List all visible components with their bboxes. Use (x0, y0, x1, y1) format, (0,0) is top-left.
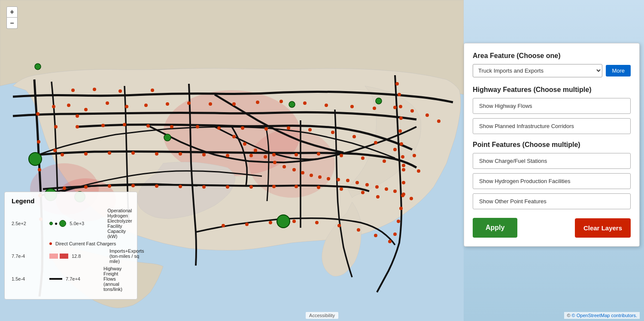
apply-button[interactable]: Apply (473, 218, 517, 238)
svg-point-67 (84, 185, 88, 189)
svg-point-133 (277, 215, 290, 228)
svg-point-57 (249, 154, 253, 157)
svg-point-2 (249, 129, 335, 198)
svg-point-106 (346, 179, 349, 182)
svg-point-125 (397, 220, 400, 223)
svg-point-85 (222, 224, 225, 227)
legend-symbol-freight (49, 278, 62, 280)
svg-point-21 (209, 102, 212, 106)
zoom-in-button[interactable]: + (6, 6, 18, 18)
svg-point-41 (264, 127, 268, 131)
svg-point-92 (374, 234, 377, 237)
show-other-point-features-button[interactable]: Show Other Point Features (473, 193, 631, 209)
svg-point-122 (402, 181, 405, 184)
svg-point-111 (393, 190, 397, 193)
svg-point-75 (272, 185, 276, 188)
svg-point-102 (310, 174, 313, 177)
area-feature-row: Truck Imports and ExportsRail Imports an… (473, 64, 631, 77)
highway-section-title: Highway Features (Choose multiple) (473, 86, 631, 94)
area-feature-select[interactable]: Truck Imports and ExportsRail Imports an… (473, 64, 602, 77)
svg-point-69 (131, 184, 135, 187)
svg-point-38 (196, 125, 199, 128)
svg-point-59 (295, 153, 298, 156)
legend-symbol-dcfc (49, 242, 52, 245)
svg-point-71 (179, 185, 182, 188)
svg-point-63 (383, 159, 386, 163)
svg-point-64 (402, 164, 405, 167)
svg-point-32 (437, 119, 440, 123)
accessibility-badge[interactable]: Accessibility (306, 312, 338, 319)
svg-point-12 (53, 149, 57, 152)
svg-point-80 (376, 195, 380, 199)
svg-point-90 (337, 224, 341, 227)
svg-point-121 (402, 168, 405, 171)
svg-point-14 (76, 114, 79, 118)
svg-point-56 (226, 154, 229, 157)
svg-point-36 (146, 124, 150, 128)
legend-range-hydrogen-max: 5.0e+3 (70, 221, 104, 226)
svg-point-124 (399, 207, 403, 210)
svg-point-103 (318, 175, 322, 179)
svg-point-46 (374, 141, 377, 144)
svg-point-13 (67, 104, 70, 107)
svg-point-40 (241, 126, 244, 130)
svg-point-88 (292, 220, 296, 223)
svg-point-10 (52, 105, 55, 108)
svg-point-96 (254, 149, 257, 152)
svg-point-16 (106, 101, 109, 105)
point-section-title: Point Features (Choose multiple) (473, 141, 631, 149)
legend-arrow-hydrogen: ● (55, 220, 58, 226)
legend-symbol-hydrogen: ● (49, 220, 66, 227)
svg-point-61 (340, 154, 343, 157)
svg-point-87 (269, 221, 272, 224)
svg-point-33 (76, 125, 79, 128)
svg-point-81 (71, 89, 75, 92)
svg-point-62 (361, 156, 365, 160)
zoom-out-button[interactable]: − (6, 18, 18, 29)
svg-point-84 (151, 89, 154, 92)
svg-point-53 (155, 152, 158, 156)
svg-point-23 (256, 101, 259, 104)
svg-point-132 (289, 101, 295, 107)
svg-point-39 (217, 126, 221, 130)
svg-point-49 (61, 153, 64, 156)
show-highway-flows-button[interactable]: Show Highway Flows (473, 98, 631, 114)
svg-point-5 (36, 112, 39, 116)
svg-point-51 (108, 151, 111, 155)
show-hydrogen-facilities-button[interactable]: Show Hydrogen Production Facilities (473, 173, 631, 189)
svg-point-22 (232, 102, 236, 106)
svg-point-94 (232, 135, 236, 138)
svg-point-55 (202, 153, 206, 156)
legend-label-freight: Highway Freight Flows (annual tons/link) (103, 266, 130, 292)
more-button[interactable]: More (606, 65, 631, 76)
svg-point-11 (54, 125, 58, 128)
svg-point-37 (170, 125, 173, 128)
svg-point-128 (29, 153, 42, 165)
dot-large-icon (59, 220, 66, 227)
svg-point-99 (283, 165, 286, 168)
svg-point-30 (410, 109, 414, 113)
svg-point-97 (264, 155, 267, 159)
osm-link[interactable]: © OpenStreetMap contributors. (572, 313, 637, 318)
legend-range-freight: 1.5e-4 (12, 276, 46, 281)
svg-point-86 (245, 223, 249, 226)
show-charge-fuel-button[interactable]: Show Charge/Fuel Stations (473, 153, 631, 169)
show-planned-corridors-button[interactable]: Show Planned Infrastructure Corridors (473, 118, 631, 134)
svg-point-45 (352, 135, 356, 138)
svg-point-113 (410, 197, 413, 200)
clear-layers-button[interactable]: Clear Layers (575, 218, 631, 238)
svg-point-27 (350, 105, 354, 108)
svg-point-70 (155, 184, 158, 188)
svg-point-95 (243, 142, 246, 146)
svg-point-82 (93, 88, 96, 91)
svg-point-91 (357, 228, 360, 232)
svg-point-76 (295, 185, 298, 188)
legend-row-dcfc: Direct Current Fast Chargers (12, 241, 130, 246)
pink-rect-icon (49, 254, 58, 259)
svg-point-73 (226, 185, 229, 189)
svg-point-66 (63, 186, 66, 190)
svg-point-42 (287, 126, 290, 130)
svg-point-120 (401, 155, 404, 159)
svg-point-93 (388, 240, 392, 243)
svg-point-101 (301, 171, 304, 174)
